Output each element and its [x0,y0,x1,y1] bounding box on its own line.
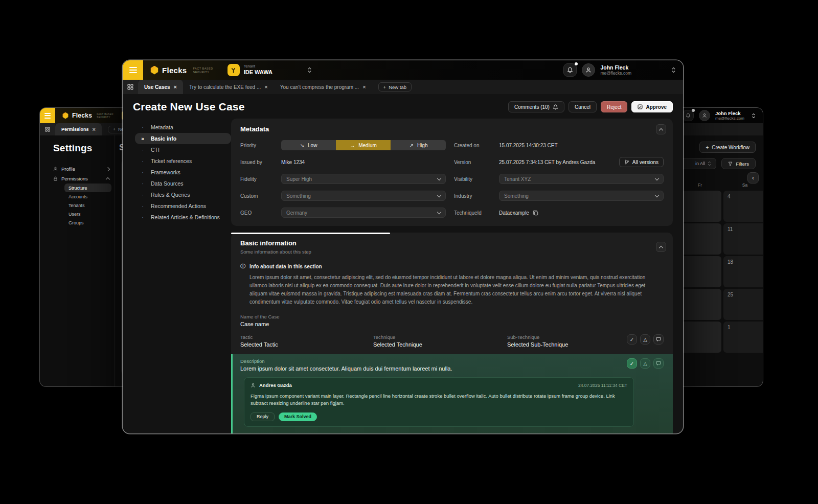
visibility-label: Visibility [454,176,491,182]
basic-info-subtitle: Some information about this step [240,249,664,255]
calendar-prev-button[interactable]: ‹ [747,172,759,184]
close-tab-icon[interactable]: × [93,126,96,132]
nav-item-profile[interactable]: Profile [53,164,115,174]
comment-field-button[interactable] [653,358,664,369]
nav-item-cti[interactable]: ·CTI [135,144,231,155]
calendar-cell[interactable]: 18 [723,256,763,287]
tactic-row: Tactic Selected Tactic Technique Selecte… [240,334,664,348]
comment-text: Figma ipsum component variant main layer… [251,393,627,407]
close-tab-icon[interactable]: × [362,84,366,90]
copy-icon[interactable] [533,210,538,216]
nav-item-related-articles[interactable]: ·Related Articles & Definitions [135,212,231,223]
calendar-cell[interactable] [678,256,721,287]
bell-plus-icon [553,104,558,110]
nav-item-rules-queries[interactable]: ·Rules & Queries [135,189,231,200]
nav-item-basic-info[interactable]: »Basic info [135,133,231,144]
calendar-cell[interactable] [678,289,721,320]
version-label: Version [454,159,491,165]
tab-exe-feed[interactable]: Try to calculate the EXE feed ... × [183,80,274,94]
nav-subitem-accounts[interactable]: Accounts [64,192,115,201]
description-value: Lorem ipsum dolor sit amet consectetur. … [240,365,627,372]
hamburger-menu-button[interactable] [123,60,143,80]
search-scope-select[interactable]: in All [695,161,711,166]
approve-button[interactable]: Approve [631,101,673,112]
all-versions-button[interactable]: All versions [619,157,664,167]
avatar[interactable] [699,110,710,121]
calendar-cell[interactable] [678,223,721,255]
chevron-down-icon [437,193,441,197]
notifications-button[interactable] [683,110,694,121]
case-name-value: Case name [240,321,664,327]
calendar-cell[interactable]: 11 [723,223,763,255]
version-value: 25.07.2025 7:34:13 CET by Andres Gazda [499,159,595,165]
plus-icon: + [706,145,709,150]
new-tab-button[interactable]: + New tab [378,82,412,91]
close-tab-icon[interactable]: × [264,84,267,90]
tab-use-cases[interactable]: Use Cases × [138,80,183,94]
nav-item-metadata[interactable]: ·Metadata [135,122,231,133]
collapse-section-button[interactable] [656,124,666,134]
tab-compress-program[interactable]: You can't compress the program ... × [274,80,372,94]
cancel-button[interactable]: Cancel [569,101,597,112]
brand-name: Flecks [72,112,92,119]
close-tab-icon[interactable]: × [174,84,177,90]
notifications-button[interactable] [563,63,577,77]
reject-button[interactable]: Reject [601,101,627,112]
visibility-select[interactable]: Tenant XYZ [499,174,664,184]
nav-item-recommended-actions[interactable]: ·Recommended Actions [135,200,231,212]
tenant-switcher-icon[interactable] [307,67,312,73]
reply-button[interactable]: Reply [251,413,275,421]
mark-solved-button[interactable]: Mark Solved [279,413,317,421]
metadata-section: Metadata Priority ↘ Low → Medium [231,119,673,226]
account-switcher-icon[interactable] [671,67,676,73]
avatar[interactable] [582,63,595,77]
calendar-cell[interactable]: 1 [723,322,763,353]
approve-field-button[interactable]: ✓ [627,358,637,369]
case-name-field: Name of the Case Case name [240,314,664,327]
geo-select[interactable]: Germany [281,208,446,218]
filters-button[interactable]: Filters [721,158,756,169]
tab-permissions[interactable]: Permissions × [55,123,102,135]
issued-by-label: Issued by [240,159,273,165]
collapse-section-button[interactable] [656,242,666,252]
nav-subitem-groups[interactable]: Groups [64,218,115,227]
hamburger-menu-button[interactable] [40,108,55,123]
settings-sidebar: Settings Profile Permissions Structure A… [40,135,115,386]
warning-triangle-icon: △ [643,337,647,342]
comments-button[interactable]: Comments (10) [508,101,564,112]
flag-field-button[interactable]: △ [640,334,650,345]
calendar: Fr Sa 4 11 18 25 1 [678,182,763,386]
tenant-selector[interactable]: Tenant IDE WAWA [228,64,312,76]
approve-field-button[interactable]: ✓ [627,334,637,345]
use-case-window: Flecks FACT BASED SECURITY Tenant IDE WA… [123,60,683,433]
priority-low-option[interactable]: ↘ Low [281,140,336,150]
custom-select[interactable]: Something [281,191,446,201]
nav-subitem-users[interactable]: Users [64,210,115,218]
bell-icon [686,113,691,118]
created-on-value: 15.07.2025 14:30:23 CET [499,143,664,148]
priority-label: Priority [240,143,273,148]
nav-subitem-tenants[interactable]: Tenants [64,201,115,210]
brand-logo: Flecks [150,66,187,75]
industry-select[interactable]: Something [499,191,664,201]
nav-subitem-structure[interactable]: Structure [64,184,111,192]
nav-item-permissions[interactable]: Permissions [53,174,115,184]
calendar-cell[interactable]: 4 [723,191,763,222]
calendar-cell[interactable] [678,322,721,353]
branch-icon [624,159,629,165]
calendar-cell[interactable] [678,191,721,222]
check-icon: ✓ [630,361,634,366]
dashboard-grid-icon[interactable] [123,80,138,94]
dashboard-grid-icon[interactable] [40,123,55,135]
account-switcher-icon[interactable] [752,113,756,119]
priority-medium-option[interactable]: → Medium [336,140,391,150]
comment-field-button[interactable] [653,334,664,345]
calendar-cell[interactable]: 25 [723,289,763,320]
nav-item-ticket-references[interactable]: ·Ticket references [135,155,231,167]
flag-field-button[interactable]: △ [640,358,650,369]
fidelity-select[interactable]: Super High [281,174,446,184]
priority-high-option[interactable]: ↗ High [391,140,446,150]
nav-item-data-sources[interactable]: ·Data Sources [135,178,231,189]
create-workflow-button[interactable]: + Create Workflow [699,142,756,153]
nav-item-frameworks[interactable]: ·Frameworks [135,167,231,178]
